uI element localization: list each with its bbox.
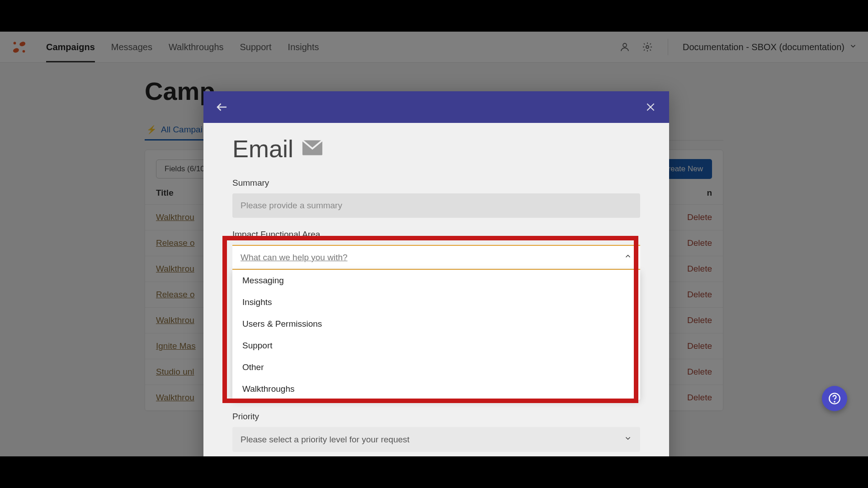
functional-area-option[interactable]: Other <box>232 357 640 378</box>
nav-walkthroughs[interactable]: Walkthroughs <box>169 32 224 62</box>
close-icon[interactable] <box>644 100 657 114</box>
back-arrow-icon[interactable] <box>215 100 229 114</box>
functional-area-options: MessagingInsightsUsers & PermissionsSupp… <box>232 270 640 400</box>
nav-campaigns[interactable]: Campaigns <box>46 32 95 62</box>
functional-area-option[interactable]: Messaging <box>232 270 640 291</box>
nav-items: Campaigns Messages Walkthroughs Support … <box>46 32 319 62</box>
svg-point-4 <box>623 43 627 47</box>
svg-point-1 <box>19 41 26 47</box>
nav-support[interactable]: Support <box>240 32 272 62</box>
summary-input[interactable] <box>232 193 640 218</box>
divider <box>668 39 668 55</box>
svg-point-3 <box>14 42 16 45</box>
mail-icon <box>302 140 322 157</box>
fields-label: Fields (6/10 <box>165 164 205 174</box>
functional-area-section: Impact Functional Area What can we help … <box>232 230 640 400</box>
functional-area-option[interactable]: Walkthroughs <box>232 378 640 400</box>
functional-area-label: Impact Functional Area <box>232 230 640 239</box>
app-frame: Campaigns Messages Walkthroughs Support … <box>0 32 868 456</box>
org-picker[interactable]: Documentation - SBOX (documentation) <box>683 42 857 52</box>
priority-select[interactable]: Please select a priority level for your … <box>232 427 640 452</box>
functional-area-placeholder: What can we help you with? <box>241 253 348 263</box>
modal-title: Email <box>232 135 293 163</box>
functional-area-option[interactable]: Insights <box>232 291 640 313</box>
chevron-down-icon <box>849 42 857 52</box>
top-nav: Campaigns Messages Walkthroughs Support … <box>0 32 868 63</box>
modal-body: Email Summary Impact Functional Area Wha… <box>203 123 669 456</box>
help-fab[interactable] <box>822 386 847 411</box>
tab-all-campaigns[interactable]: ⚡ All Campai <box>145 119 204 140</box>
tab-label: All Campai <box>161 125 203 135</box>
svg-point-11 <box>834 401 835 402</box>
nav-messages[interactable]: Messages <box>111 32 152 62</box>
svg-point-2 <box>23 50 25 53</box>
svg-point-5 <box>646 46 649 48</box>
gear-icon[interactable] <box>642 41 653 53</box>
functional-area-select[interactable]: What can we help you with? <box>232 245 640 270</box>
priority-placeholder: Please select a priority level for your … <box>241 435 410 445</box>
functional-area-option[interactable]: Support <box>232 335 640 357</box>
email-modal: Email Summary Impact Functional Area Wha… <box>203 91 669 456</box>
priority-label: Priority <box>232 412 640 422</box>
functional-area-option[interactable]: Users & Permissions <box>232 313 640 335</box>
summary-label: Summary <box>232 178 640 188</box>
chevron-up-icon <box>624 252 632 263</box>
svg-point-0 <box>13 47 20 53</box>
modal-header <box>203 91 669 123</box>
brand-logo[interactable] <box>11 38 28 56</box>
chevron-down-icon <box>624 434 632 445</box>
org-label: Documentation - SBOX (documentation) <box>683 42 844 52</box>
bolt-icon: ⚡ <box>146 125 156 135</box>
user-icon[interactable] <box>619 41 631 53</box>
nav-insights[interactable]: Insights <box>288 32 319 62</box>
